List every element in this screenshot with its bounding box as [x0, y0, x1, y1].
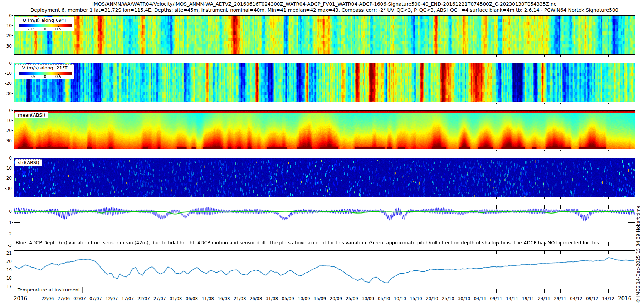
panel-depth-variation: Blue: ADCP Depth (m) variation from sens…: [14, 205, 635, 246]
colorbar-tick-label: -0.5: [28, 74, 36, 79]
y-tick-label: -20: [5, 176, 12, 181]
x-tick-label: 31/08: [265, 296, 278, 301]
y-tick-label: -30: [5, 186, 12, 191]
y-tick-label: -10: [5, 166, 12, 171]
x-tick-label: 01/08: [170, 296, 182, 301]
legend-mean-absi: mean(ABSI): [15, 112, 48, 118]
x-tick-label: 22/07: [137, 296, 150, 301]
temperature-line: [14, 251, 635, 293]
y-tick-label: 0: [9, 209, 12, 214]
x-tick-label: 15/10: [410, 296, 422, 301]
x-tick-label: 07/07: [89, 296, 102, 301]
x-tick-label: 26/08: [250, 296, 262, 301]
copyright-watermark: © IMOS 14-Dec-2025 15:34:39 Hobart time: [635, 205, 641, 303]
legend-u: U (m/s) along 69°T -0.500.5: [15, 17, 74, 31]
y-tick-label: -2: [8, 231, 12, 236]
x-tick-label: 15/09: [314, 296, 326, 301]
x-tick-label: 25/09: [346, 296, 358, 301]
x-tick-label: 10/10: [394, 296, 406, 301]
x-axis-labels: 22/0627/0602/0707/0712/0717/0722/0727/07…: [14, 295, 643, 303]
x-year-left: 2016: [14, 295, 27, 302]
x-tick-label: 04/11: [474, 296, 486, 301]
x-tick-label: 05/10: [378, 296, 390, 301]
panel-std-absi: std(ABSI) 0-10-20-30: [14, 158, 635, 197]
colorbar-tick-label: 0.5: [55, 27, 62, 31]
x-tick-label: 17/07: [122, 296, 134, 301]
colorbar-tick-label: 0: [44, 27, 47, 31]
x-tick-label: 27/07: [153, 296, 166, 301]
u-velocity-heatmap: [14, 16, 635, 54]
v-velocity-heatmap: [14, 63, 635, 102]
y-axis-ticks-mean-absi: 0-10-20-30: [0, 111, 13, 149]
x-tick-label: 22/06: [42, 296, 54, 301]
x-tick-label: 05/09: [282, 296, 294, 301]
y-tick-label: -3: [8, 243, 12, 248]
x-tick-label: 09/11: [490, 296, 502, 301]
y-tick-label: 0: [9, 108, 12, 113]
x-tick-label: 20/09: [330, 296, 342, 301]
x-tick-label: 20/10: [426, 296, 438, 301]
x-tick-label: 14/11: [506, 296, 518, 301]
panel-u-velocity: U (m/s) along 69°T -0.500.5 0-10-20-30: [14, 15, 635, 55]
colorbar-tick-label: 0: [44, 74, 47, 79]
y-tick-label: 20: [6, 259, 12, 264]
x-tick-label: 25/10: [442, 296, 454, 301]
x-tick-label: 10/09: [298, 296, 310, 301]
x-tick-label: 21/08: [234, 296, 246, 301]
y-axis-ticks-depth-variation: 0-1-2-3: [0, 205, 13, 246]
y-axis-ticks-u: 0-10-20-30: [0, 16, 13, 54]
y-axis-ticks-v: 0-10-20-30: [0, 63, 13, 102]
colorbar-ticks-u: -0.500.5: [19, 27, 72, 31]
y-tick-label: 0: [9, 13, 12, 18]
panel-v-velocity: V (m/s) along -21°T -0.500.5 0-10-20-30: [14, 63, 635, 102]
y-tick-label: 0: [9, 156, 12, 161]
y-tick-label: -30: [5, 44, 12, 49]
y-tick-label: 17: [6, 284, 12, 289]
x-tick-label: 30/10: [458, 296, 470, 301]
x-tick-label: 04/12: [570, 296, 582, 301]
x-tick-label: 02/07: [73, 296, 86, 301]
colorbar-ticks-v: -0.500.5: [19, 74, 72, 79]
y-tick-label: -30: [5, 91, 12, 96]
depth-variation-lines: [14, 205, 635, 246]
std-absi-heatmap: [14, 158, 635, 197]
y-tick-label: -20: [5, 128, 12, 133]
x-tick-label: 19/11: [522, 296, 535, 301]
colorbar-tick-label: -0.5: [28, 27, 36, 31]
legend-v-label: V (m/s) along -21°T: [15, 65, 74, 70]
depth-variation-caption: Blue: ADCP Depth (m) variation from sens…: [16, 240, 600, 245]
y-tick-label: -30: [5, 138, 12, 143]
x-tick-label: 27/06: [57, 296, 70, 301]
y-tick-label: 19: [6, 268, 12, 273]
y-tick-label: -20: [5, 33, 12, 38]
panel-mean-absi: mean(ABSI) 0-10-20-30: [14, 110, 635, 149]
y-tick-label: -20: [5, 81, 12, 86]
figure-title: IMOS/ANMN/WA/WATR04/Velocity/IMOS_ANMN-W…: [14, 1, 635, 7]
x-tick-label: 09/12: [586, 296, 599, 301]
x-tick-label: 24/11: [538, 296, 551, 301]
panel-temperature: Temperature at instrument 2120191817: [14, 250, 635, 293]
temperature-label: Temperature at instrument: [15, 287, 83, 293]
y-tick-label: -10: [5, 118, 12, 123]
y-tick-label: -10: [5, 71, 12, 76]
x-tick-label: 30/09: [362, 296, 374, 301]
y-tick-label: -10: [5, 23, 12, 28]
x-tick-label: 14/12: [602, 296, 615, 301]
y-axis-ticks-std-absi: 0-10-20-30: [0, 158, 13, 197]
figure: IMOS/ANMN/WA/WATR04/Velocity/IMOS_ANMN-W…: [0, 0, 644, 304]
y-axis-ticks-temperature: 2120191817: [0, 251, 13, 293]
x-year-right: 2016: [618, 295, 631, 302]
mean-absi-heatmap: [14, 111, 635, 149]
y-tick-label: 21: [6, 251, 12, 256]
legend-std-absi: std(ABSI): [15, 159, 42, 166]
figure-subtitle: Deployment 6, member 1 lat=31.72S lon=11…: [14, 7, 635, 13]
x-tick-label: 06/08: [186, 296, 198, 301]
legend-v: V (m/s) along -21°T -0.500.5: [15, 64, 74, 79]
y-tick-label: 18: [6, 276, 12, 281]
x-tick-label: 29/11: [554, 296, 566, 301]
x-tick-label: 11/08: [201, 296, 214, 301]
legend-u-label: U (m/s) along 69°T: [15, 18, 74, 23]
x-tick-label: 12/07: [106, 296, 118, 301]
y-tick-label: 0: [9, 61, 12, 66]
colorbar-tick-label: 0.5: [55, 74, 62, 79]
